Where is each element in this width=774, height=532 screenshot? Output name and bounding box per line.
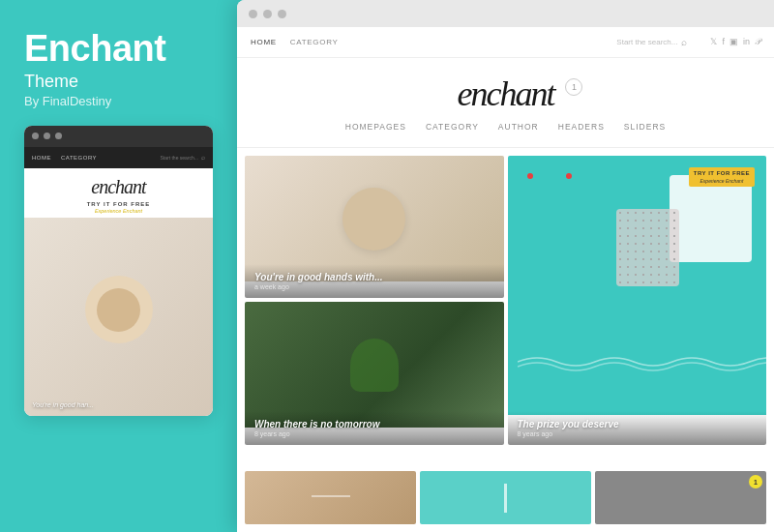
theme-topnav: HOME CATEGORY Start the search... ⌕ 𝕏 f …: [237, 27, 774, 58]
grid-caption-plants: When there is no tomorrow 8 years ago: [245, 411, 504, 445]
red-dot-1: [527, 173, 533, 179]
theme-subnav: HOMEPAGES CATEGORY AUTHOR HEADERS SLIDER…: [237, 114, 774, 137]
browser-chrome: [237, 0, 774, 27]
mini-image-placeholder: You're in good han...: [24, 218, 213, 416]
mini-try-label: TRY IT FOR FREE: [24, 201, 213, 207]
wavy-decoration: [518, 352, 767, 371]
theme-author: By FinalDestiny: [24, 94, 213, 108]
pinterest-icon[interactable]: 𝒫: [755, 37, 760, 47]
img-plants: [245, 302, 504, 428]
grid-time-plants: 8 years ago: [254, 430, 494, 437]
teal-try-badge: TRY IT FOR FREE Experience Enchant: [689, 167, 755, 187]
theme-logo: enchant: [458, 74, 554, 114]
theme-grid: You're in good hands with... a week ago: [237, 148, 774, 471]
mini-plate-decoration: [85, 276, 153, 343]
teal-badge-sub: Experience Enchant: [694, 178, 750, 185]
red-dot-2: [566, 173, 572, 179]
mini-dot-2: [44, 133, 50, 139]
grid-caption-text-teal: The prize you deserve: [518, 419, 758, 429]
subnav-category[interactable]: CATEGORY: [426, 122, 479, 132]
mini-dot-1: [32, 133, 39, 139]
grid-caption-honey: You're in good hands with... a week ago: [245, 264, 504, 298]
bottom-item-1: [245, 471, 416, 524]
mini-image-area: You're in good han...: [24, 218, 213, 416]
linkedin-icon[interactable]: in: [743, 37, 750, 47]
mini-header: enchant TRY IT FOR FREE Experience Encha…: [24, 168, 213, 218]
mini-nav-home: HOME: [32, 155, 51, 161]
mini-nav-category: CATEGORY: [61, 155, 97, 161]
browser-dot-3: [278, 10, 286, 18]
sweater-decoration: [670, 175, 752, 262]
mini-preview-card: HOME CATEGORY Start the search... ⌕ ench…: [24, 126, 213, 416]
mini-experience-label: Experience Enchant: [24, 208, 213, 214]
mini-search-icon: ⌕: [201, 154, 205, 161]
theme-subtitle: Theme: [24, 72, 213, 92]
teal-badge-top: TRY IT FOR FREE: [694, 170, 750, 178]
mini-logo: enchant: [24, 176, 213, 201]
bottom-item-3: 1: [595, 471, 766, 524]
subnav-sliders[interactable]: SLIDERS: [624, 122, 666, 132]
grid-caption-text-plants: When there is no tomorrow: [254, 419, 494, 429]
teal-line: [504, 484, 507, 513]
bottom-row: 1: [237, 471, 774, 532]
mini-topbar: [24, 126, 213, 147]
browser-dot-2: [263, 10, 272, 18]
theme-social-icons: 𝕏 f ▣ in 𝒫: [710, 37, 760, 47]
theme-search-icon[interactable]: ⌕: [681, 37, 687, 47]
img-teal: TRY IT FOR FREE Experience Enchant: [508, 156, 767, 415]
grid-item-honey: You're in good hands with... a week ago: [245, 156, 504, 298]
subnav-author[interactable]: AUTHOR: [498, 122, 539, 132]
subnav-homepages[interactable]: HOMEPAGES: [345, 122, 406, 132]
grid-caption-teal: The prize you deserve 8 years ago: [508, 411, 767, 445]
left-panel: Enchant Theme By FinalDestiny HOME CATEG…: [0, 0, 237, 532]
instagram-icon[interactable]: ▣: [729, 37, 738, 47]
right-panel: HOME CATEGORY Start the search... ⌕ 𝕏 f …: [237, 0, 774, 532]
grid-time-honey: a week ago: [254, 283, 494, 290]
theme-nav-home[interactable]: HOME: [251, 38, 277, 46]
grid-item-teal: TRY IT FOR FREE Experience Enchant The p…: [508, 156, 767, 445]
facebook-icon[interactable]: f: [722, 37, 725, 47]
plant-shape: [350, 339, 399, 392]
mini-image-caption: You're in good han...: [32, 401, 94, 408]
browser-content: HOME CATEGORY Start the search... ⌕ 𝕏 f …: [237, 27, 774, 532]
theme-search-area: Start the search... ⌕: [616, 37, 687, 47]
mini-plate-inner: [97, 288, 140, 332]
theme-nav-category[interactable]: CATEGORY: [290, 38, 339, 46]
fabric-decoration: [616, 209, 679, 286]
twitter-icon[interactable]: 𝕏: [710, 37, 717, 47]
img-honey: [245, 156, 504, 281]
browser-dot-1: [249, 10, 257, 18]
bottom-badge: 1: [749, 475, 762, 488]
theme-search-text: Start the search...: [616, 38, 677, 46]
subnav-headers[interactable]: HEADERS: [558, 122, 605, 132]
theme-title: Enchant: [24, 29, 213, 70]
bottom-item-2: [420, 471, 591, 524]
mini-search-text: Start the search...: [161, 155, 198, 161]
mini-dot-3: [55, 133, 62, 139]
grid-caption-text-honey: You're in good hands with...: [254, 272, 494, 282]
theme-header: enchant 1 HOMEPAGES CATEGORY AUTHOR HEAD…: [237, 58, 774, 148]
mini-nav: HOME CATEGORY Start the search... ⌕: [24, 147, 213, 168]
theme-logo-badge: 1: [565, 78, 582, 96]
honey-plate: [342, 188, 405, 251]
grid-item-plants: When there is no tomorrow 8 years ago: [245, 302, 504, 444]
grid-time-teal: 8 years ago: [518, 430, 758, 437]
